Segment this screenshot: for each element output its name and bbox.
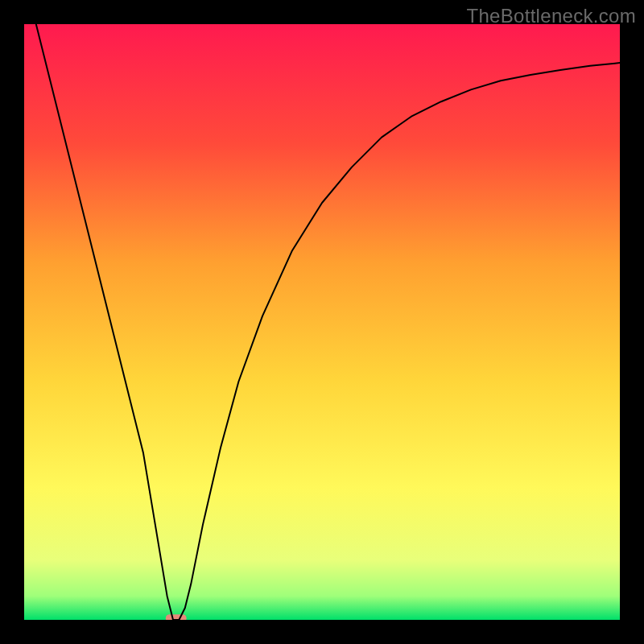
minimum-marker xyxy=(166,614,187,620)
plot-area xyxy=(24,24,620,620)
watermark-text: TheBottleneck.com xyxy=(466,5,636,27)
gradient-background xyxy=(24,24,620,620)
chart-frame: TheBottleneck.com xyxy=(0,0,644,644)
chart-svg xyxy=(24,24,620,620)
